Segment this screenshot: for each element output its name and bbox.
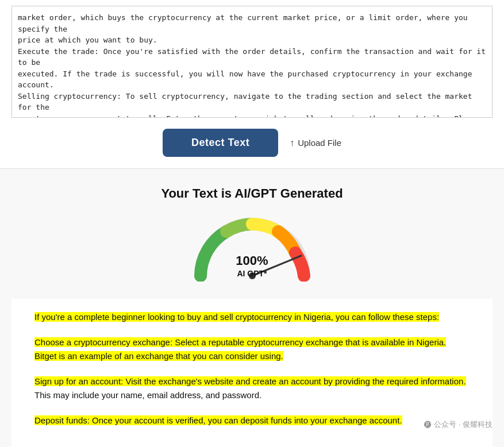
highlighted-para-2: Choose a cryptocurrency exchange: Select… <box>34 336 470 363</box>
highlighted-text-1: If you're a complete beginner looking to… <box>34 312 439 322</box>
highlighted-section: If you're a complete beginner looking to… <box>11 299 493 447</box>
highlighted-text-3a: Sign up for an account: Visit the exchan… <box>34 376 466 386</box>
plain-text-3b: This may include your name, email addres… <box>34 390 261 400</box>
highlighted-text-2: Choose a cryptocurrency exchange: Select… <box>34 337 446 361</box>
highlighted-para-3: Sign up for an account: Visit the exchan… <box>34 375 470 402</box>
text-input-area[interactable]: market order, which buys the cryptocurre… <box>11 6 493 118</box>
action-bar: Detect Text ↑ Upload File <box>11 129 493 157</box>
top-section: market order, which buys the cryptocurre… <box>0 0 504 169</box>
result-section: Your Text is AI/GPT Generated <box>0 169 504 447</box>
watermark-icon: 🅟 <box>424 421 432 429</box>
gauge-container: 100% AI GPT* <box>11 213 493 282</box>
watermark-text: 公众号 · 俊耀科技 <box>434 419 493 430</box>
gauge-percentage: 100% <box>236 253 268 268</box>
watermark: 🅟 公众号 · 俊耀科技 <box>424 419 493 430</box>
gauge-wrapper: 100% AI GPT* <box>189 213 316 282</box>
highlighted-para-1: If you're a complete beginner looking to… <box>34 310 470 324</box>
upload-icon: ↑ <box>290 138 294 148</box>
highlighted-para-4: Deposit funds: Once your account is veri… <box>34 414 470 427</box>
detect-text-button[interactable]: Detect Text <box>163 129 278 157</box>
highlighted-text-4: Deposit funds: Once your account is veri… <box>34 415 402 425</box>
gauge-label: 100% AI GPT* <box>236 253 268 279</box>
upload-file-button[interactable]: ↑ Upload File <box>290 138 341 148</box>
gauge-text: AI GPT* <box>237 269 267 278</box>
result-title: Your Text is AI/GPT Generated <box>11 186 493 201</box>
upload-file-label: Upload File <box>298 138 341 148</box>
